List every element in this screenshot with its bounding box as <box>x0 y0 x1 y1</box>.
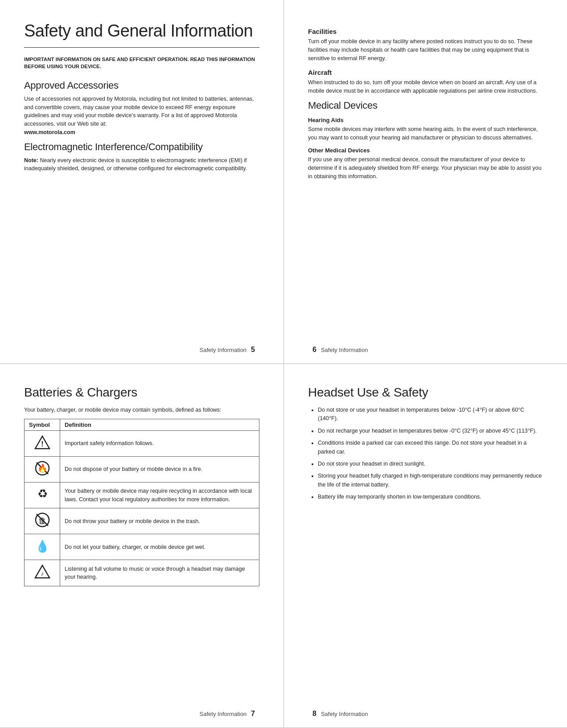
list-item: Do not store your headset in direct sunl… <box>318 460 543 468</box>
table-cell-definition: Your battery or mobile device may requir… <box>60 483 259 508</box>
svg-text:♻: ♻ <box>37 487 47 500</box>
symbol-table: Symbol Definition !Important safety info… <box>24 419 259 586</box>
warning-triangle-icon: ! <box>25 430 60 456</box>
aircraft-body: When instructed to do so, turn off your … <box>308 78 543 95</box>
symbol-col-header: Symbol <box>25 419 60 430</box>
title-divider <box>24 47 259 48</box>
page-spread: Safety and General Information IMPORTANT… <box>0 0 567 728</box>
page-6: Facilities Turn off your mobile device i… <box>284 0 567 364</box>
table-cell-definition: Do not let your battery, charger, or mob… <box>60 534 259 560</box>
batteries-chargers-heading: Batteries & Chargers <box>24 385 259 400</box>
emi-note: Note: Nearly every electronic device is … <box>24 156 259 173</box>
page-title: Safety and General Information <box>24 21 259 41</box>
footer-num-6: 6 <box>312 346 316 354</box>
page-8-footer: 8 Safety Information <box>284 710 567 718</box>
list-item: Do not recharge your headset in temperat… <box>318 427 543 435</box>
hearing-aids-heading: Hearing Aids <box>308 117 543 123</box>
footer-num-5: 5 <box>251 346 255 354</box>
page-6-footer: 6 Safety Information <box>284 346 567 354</box>
svg-text:🗑: 🗑 <box>38 516 46 525</box>
approved-accessories-heading: Approved Accessories <box>24 80 259 91</box>
medical-devices-section: Medical Devices Hearing Aids Some mobile… <box>308 100 543 181</box>
footer-label-8: Safety Information <box>321 711 368 717</box>
table-row: 💧Do not let your battery, charger, or mo… <box>25 534 259 560</box>
approved-accessories-body: Use of accessories not approved by Motor… <box>24 95 259 137</box>
table-row: ♻Your battery or mobile device may requi… <box>25 483 259 508</box>
table-row: ♪Listening at full volume to music or vo… <box>25 560 259 586</box>
headset-bullet-list: Do not store or use your headset in temp… <box>318 406 543 501</box>
recycle-icon: ♻ <box>25 483 60 508</box>
batteries-chargers-body: Your battery, charger, or mobile device … <box>24 406 259 414</box>
list-item: Battery life may temporarily shorten in … <box>318 493 543 501</box>
facilities-body: Turn off your mobile device in any facil… <box>308 37 543 62</box>
facilities-section: Facilities Turn off your mobile device i… <box>308 28 543 62</box>
table-cell-definition: Do not dispose of your battery or mobile… <box>60 456 259 482</box>
page-5: Safety and General Information IMPORTANT… <box>0 0 284 364</box>
other-medical-body: If you use any other personal medical de… <box>308 155 543 180</box>
definition-col-header: Definition <box>60 419 259 430</box>
table-cell-definition: Listening at full volume to music or voi… <box>60 560 259 586</box>
table-cell-definition: Important safety information follows. <box>60 430 259 456</box>
table-cell-definition: Do not throw your battery or mobile devi… <box>60 508 259 534</box>
page-row-top: Safety and General Information IMPORTANT… <box>0 0 567 364</box>
no-trash-icon: 🗑 <box>25 508 60 534</box>
page-8: Headset Use & Safety Do not store or use… <box>284 364 567 728</box>
table-row: 🗑Do not throw your battery or mobile dev… <box>25 508 259 534</box>
important-notice: IMPORTANT INFORMATION ON SAFE AND EFFICI… <box>24 56 259 70</box>
no-fire-icon: 🔥 <box>25 456 60 482</box>
page-7: Batteries & Chargers Your battery, charg… <box>0 364 284 728</box>
list-item: Conditions inside a parked car can excee… <box>318 439 543 456</box>
footer-num-7: 7 <box>251 710 255 718</box>
note-label: Note: <box>24 157 38 164</box>
footer-num-8: 8 <box>312 710 316 718</box>
table-row: 🔥Do not dispose of your battery or mobil… <box>25 456 259 482</box>
list-item: Storing your headset fully charged in hi… <box>318 472 543 489</box>
list-item: Do not store or use your headset in temp… <box>318 406 543 423</box>
aircraft-heading: Aircraft <box>308 69 543 76</box>
page-7-footer: Safety Information 7 <box>0 710 284 718</box>
page-5-footer: Safety Information 5 <box>0 346 284 354</box>
footer-label-7: Safety Information <box>200 711 247 717</box>
aircraft-section: Aircraft When instructed to do so, turn … <box>308 69 543 95</box>
facilities-heading: Facilities <box>308 28 543 35</box>
table-row: !Important safety information follows. <box>25 430 259 456</box>
page-row-bottom: Batteries & Chargers Your battery, charg… <box>0 364 567 728</box>
emi-heading: Electromagnetic Interference/Compatibili… <box>24 141 259 153</box>
medical-devices-heading: Medical Devices <box>308 100 543 111</box>
svg-text:!: ! <box>41 440 43 448</box>
hearing-damage-icon: ♪ <box>25 560 60 586</box>
other-medical-heading: Other Medical Devices <box>308 147 543 154</box>
svg-text:💧: 💧 <box>35 539 50 553</box>
svg-text:🔥: 🔥 <box>37 463 48 473</box>
footer-label-6: Safety Information <box>321 347 368 353</box>
motorola-link[interactable]: www.motorola.com <box>24 129 75 135</box>
no-wet-icon: 💧 <box>25 534 60 560</box>
hearing-aids-body: Some mobile devices may interfere with s… <box>308 125 543 142</box>
svg-text:♪: ♪ <box>41 570 44 577</box>
footer-label-5: Safety Information <box>200 347 247 353</box>
headset-safety-heading: Headset Use & Safety <box>308 385 543 400</box>
